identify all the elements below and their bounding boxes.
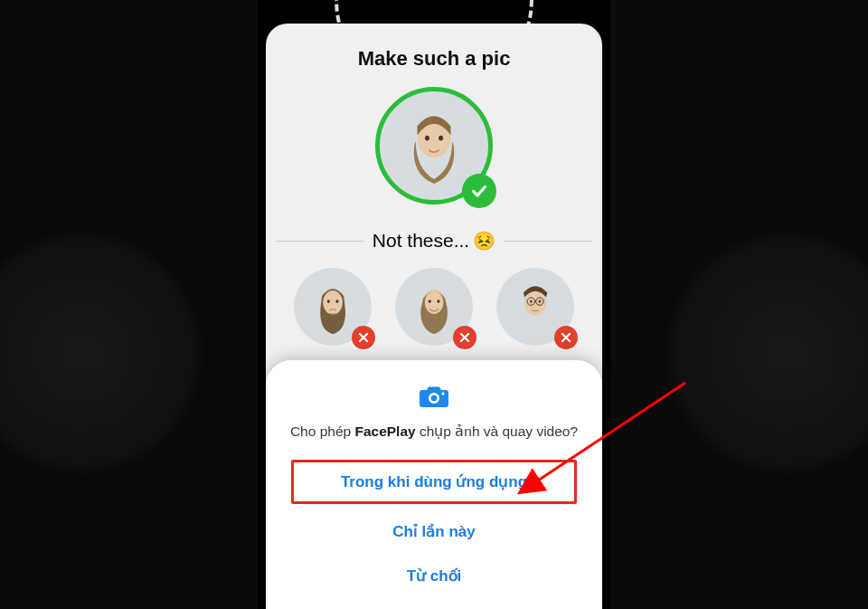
card-title: Make such a pic: [266, 47, 602, 71]
x-icon: [554, 326, 578, 349]
svg-point-16: [538, 300, 541, 302]
svg-point-9: [429, 300, 431, 303]
svg-point-6: [335, 300, 338, 303]
face-placeholder-icon: [407, 280, 461, 334]
svg-point-2: [439, 136, 443, 141]
phone-frame: Make such a pic Not: [258, 0, 610, 609]
bad-example-2: [395, 268, 473, 346]
permission-while-using-button[interactable]: Trong khi dùng ứng dụng: [291, 460, 577, 504]
permission-prompt-text: Cho phép FacePlay chụp ảnh và quay video…: [284, 423, 584, 440]
face-placeholder-icon: [396, 108, 472, 184]
x-icon: [453, 326, 476, 349]
camera-icon: [419, 384, 449, 409]
bad-example-1: [294, 268, 372, 346]
permission-app-name: FacePlay: [354, 423, 415, 439]
face-placeholder-icon: [306, 280, 360, 334]
svg-point-1: [425, 136, 429, 141]
svg-point-19: [441, 392, 444, 395]
check-icon: [462, 174, 496, 208]
background-blob-right: [669, 235, 868, 471]
divider-line-right: [505, 241, 591, 242]
sad-emoji-icon: 😣: [473, 230, 495, 252]
svg-point-18: [431, 395, 438, 402]
permission-deny-button[interactable]: Từ chối: [284, 554, 584, 598]
background-blob-left: [0, 235, 199, 471]
good-example-avatar: [375, 87, 493, 205]
svg-point-10: [437, 300, 439, 303]
permission-dialog: Cho phép FacePlay chụp ảnh và quay video…: [266, 360, 602, 609]
permission-only-this-time-button[interactable]: Chỉ lần này: [284, 509, 584, 554]
svg-point-5: [327, 300, 330, 303]
not-these-text: Not these...: [373, 230, 469, 252]
divider-row: Not these... 😣: [277, 230, 591, 252]
not-these-label: Not these... 😣: [373, 230, 495, 252]
permission-prefix: Cho phép: [290, 423, 355, 439]
permission-suffix: chụp ảnh và quay video?: [416, 423, 578, 439]
bad-examples-row: [266, 268, 602, 346]
x-icon: [352, 326, 375, 349]
svg-point-15: [530, 300, 533, 302]
svg-point-4: [323, 290, 343, 314]
svg-point-8: [425, 291, 443, 314]
face-placeholder-icon: [508, 280, 562, 334]
bad-example-3: [496, 268, 574, 346]
divider-line-left: [277, 241, 363, 242]
